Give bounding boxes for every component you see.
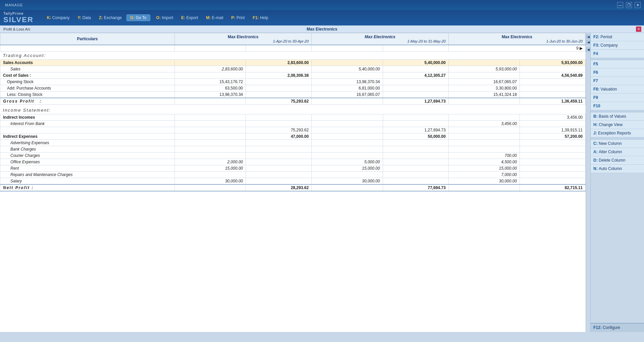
cost-of-sales-row[interactable]: Cost of Sales : 2,08,306.38 4,12,305.27 … [0, 72, 586, 79]
menu-exchange[interactable]: Z: Exchange [96, 14, 125, 21]
panel-n-auto-column[interactable]: N: Auto Column [591, 165, 644, 173]
panel-a-alter-column[interactable]: A: Alter Column [591, 148, 644, 156]
purchase-accounts-row[interactable]: Add: Purchase Accounts 63,500.00 6,81,00… [0, 85, 586, 92]
panel-arrow-f2[interactable]: ◀ [586, 35, 591, 39]
panel-f8-valuation[interactable]: F8: Valuation [591, 85, 644, 94]
menu-export[interactable]: E: Export [178, 14, 201, 21]
empty [246, 171, 312, 178]
empty [0, 193, 586, 203]
empty [246, 159, 312, 165]
empty [246, 165, 312, 171]
company-title: Max Electronics [307, 27, 337, 32]
panel-arrow-f5[interactable]: ◀ [586, 47, 591, 52]
panel-d-delete-column[interactable]: D: Delete Column [591, 156, 644, 165]
indirect-incomes-row[interactable]: Indirect Incomes 3,456.00 [0, 114, 586, 120]
panel-arrow-f3[interactable]: ◀ [586, 40, 591, 45]
menu-print[interactable]: P: Print [228, 14, 248, 21]
sales-row[interactable]: Sales 2,83,600.00 5,40,000.00 5,93,000.0… [0, 66, 586, 72]
panel-f6[interactable]: F6 [591, 68, 644, 77]
app-header: TallyPrime SILVER K: Company Y: Data Z: … [0, 10, 644, 25]
opening-stock-row[interactable]: Opening Stock 15,43,176.72 13,98,370.34 … [0, 79, 586, 85]
panel-f5[interactable]: F5 [591, 60, 644, 68]
sales-accounts-v6: 5,93,000.00 [520, 60, 585, 66]
courier-v5: 700.00 [448, 152, 520, 159]
rent-label: Rent [0, 165, 175, 171]
close-report-button[interactable]: ✕ [636, 26, 641, 32]
repairs-label: Repairs and Maintenance Charges [0, 171, 175, 178]
panel-f10[interactable]: F10 [591, 102, 644, 110]
repairs-row[interactable]: Repairs and Maintenance Charges 7,000.00 [0, 171, 586, 178]
panel-h-change-view[interactable]: H: Change View [591, 121, 644, 129]
content-area: Particulars Max Electronics 1-Apr-20 to … [0, 33, 586, 332]
rent-row[interactable]: Rent 15,000.00 15,000.00 15,000.00 [0, 165, 586, 171]
empty [520, 178, 585, 184]
bank-charges-label: Bank Charges [0, 146, 175, 152]
empty [175, 184, 246, 191]
sales-accounts-v1 [175, 60, 246, 66]
menu-import[interactable]: O: Import [153, 14, 177, 21]
gross-profit-label: Gross Profit : [0, 98, 175, 105]
empty [448, 133, 520, 139]
interest-from-bank-row[interactable]: Interest From Bank 3,456.00 [0, 120, 586, 127]
empty [448, 72, 520, 79]
menu-email[interactable]: M: E-mail [203, 14, 226, 21]
empty [246, 139, 312, 146]
restore-button[interactable]: ❐ [626, 2, 632, 8]
indirect-expenses-row[interactable]: Indirect Expenses 47,000.00 50,000.00 57… [0, 133, 586, 139]
sales-accounts-row[interactable]: Sales Accounts 2,83,600.00 5,40,000.00 5… [0, 60, 586, 66]
empty-cell [246, 45, 312, 52]
page-indicator-row: 9 ▶ [0, 45, 586, 52]
closing-stock-row[interactable]: Less: Closing Stock 13,98,370.34 16,67,0… [0, 92, 586, 98]
right-panel-wrapper: ◀ ◀ ◀ F2: Period F3: Company F4 F5 F6 F7… [586, 33, 644, 332]
empty [383, 79, 448, 85]
panel-f9[interactable]: F9 [591, 94, 644, 102]
office-expenses-row[interactable]: Office Expenses 2,000.00 5,000.00 4,500.… [0, 159, 586, 165]
panel-j-exception-reports[interactable]: J: Exception Reports [591, 129, 644, 137]
empty-cell [312, 45, 383, 52]
bank-charges-row[interactable]: Bank Charges [0, 146, 586, 152]
menu-help[interactable]: F1: Help [250, 14, 272, 21]
gross-profit-v4: 1,27,694.73 [383, 98, 448, 105]
empty [246, 146, 312, 152]
col1-company: Max Electronics [177, 35, 309, 39]
panel-b-basis-of-values[interactable]: B: Basis of Values [591, 112, 644, 121]
menu-company[interactable]: K: Company [44, 14, 73, 21]
panel-f4[interactable]: F4 [591, 50, 644, 58]
salary-row[interactable]: Salary 30,000.00 30,000.00 30,000.00 [0, 178, 586, 184]
empty [383, 114, 448, 120]
sales-v5: 5,93,000.00 [448, 66, 520, 72]
menu-data[interactable]: Y: Data [74, 14, 94, 21]
closing-stock-label: Less: Closing Stock [0, 92, 175, 98]
empty [246, 114, 312, 120]
indirect-incomes-v6: 3,456.00 [520, 114, 585, 120]
empty [448, 52, 520, 60]
panel-c-new-column[interactable]: C: New Column [591, 139, 644, 148]
empty [246, 92, 312, 98]
col2-period: 1-May-20 to 31-May-20 [314, 39, 445, 43]
empty [520, 139, 585, 146]
panel-f2-period[interactable]: F2: Period [591, 33, 644, 41]
panel-f7[interactable]: F7 [591, 77, 644, 85]
subtotal-v2: 75,293.62 [246, 127, 312, 133]
courier-charges-row[interactable]: Courier Charges 700.00 [0, 152, 586, 159]
empty [520, 120, 585, 127]
nett-profit-v2: 28,293.62 [246, 184, 312, 191]
panel-f12-configure[interactable]: F12: Configure [591, 323, 644, 332]
empty [0, 203, 586, 213]
report-title: Profit & Loss A/c [3, 27, 31, 31]
app-name: TallyPrime [3, 11, 34, 15]
empty [246, 152, 312, 159]
sales-v1: 2,83,600.00 [175, 66, 246, 72]
advertising-row[interactable]: Advertising Expenses [0, 139, 586, 146]
close-button[interactable]: ✕ [635, 2, 641, 8]
sales-label: Sales [0, 66, 175, 72]
minimize-button[interactable]: — [617, 2, 623, 8]
courier-label: Courier Charges [0, 152, 175, 159]
menu-goto[interactable]: G: Go To [126, 14, 150, 21]
manage-label: MANAGE [5, 3, 23, 7]
trading-account-header: Trading Account: [0, 52, 586, 60]
empty [175, 171, 246, 178]
panel-arrows: ◀ ◀ ◀ [586, 33, 590, 332]
panel-f3-company[interactable]: F3: Company [591, 41, 644, 50]
nett-profit-v6: 82,715.11 [520, 184, 585, 191]
